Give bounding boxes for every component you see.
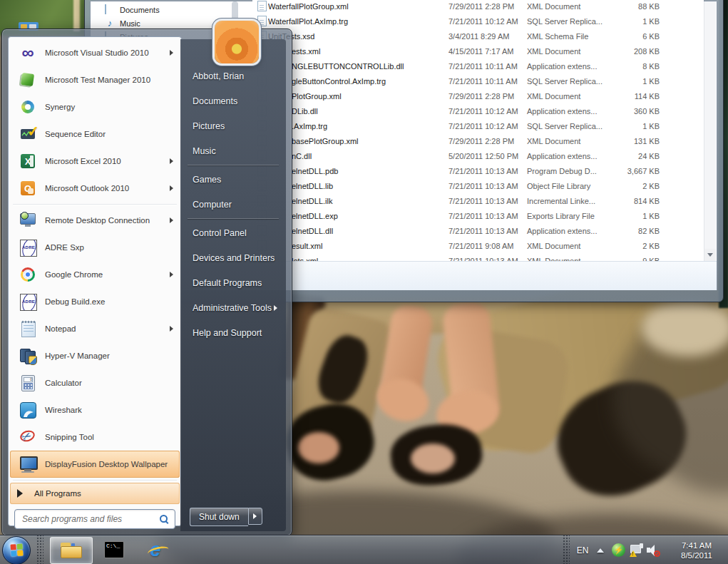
taskbar-clock[interactable]: 7:41 AM 8/5/2011 — [669, 535, 724, 564]
file-type-cell: XML Document — [527, 137, 610, 145]
menu-item-excel[interactable]: X Microsoft Excel 2010 — [10, 148, 180, 175]
adre-icon: ADRE — [19, 238, 37, 257]
tray-icon-power[interactable]: ⚡ — [612, 543, 625, 557]
taskbar-button-explorer[interactable] — [50, 537, 93, 564]
file-row[interactable]: nC.dll 5/20/2011 12:50 PM Application ex… — [252, 148, 704, 163]
file-icon — [257, 1, 267, 11]
user-avatar[interactable] — [215, 21, 259, 63]
menu-item-calculator[interactable]: 0 Calculator — [10, 369, 180, 396]
file-type-cell: XML Document — [527, 242, 610, 250]
taskbar-grip[interactable] — [562, 535, 570, 564]
menu-item-visual-studio[interactable]: ∞ Microsoft Visual Studio 2010 — [10, 39, 180, 66]
user-name-link[interactable]: Abbott, Brian — [180, 63, 286, 88]
menu-item-synergy[interactable]: Synergy — [10, 93, 180, 121]
menu-link-computer[interactable]: Computer — [180, 192, 286, 217]
menu-separator — [13, 204, 177, 205]
menu-item-wireshark[interactable]: Wireshark — [10, 396, 180, 424]
file-type-cell: XML Schema File — [527, 32, 610, 41]
menu-link-administrative-tools[interactable]: Administrative Tools — [180, 295, 286, 320]
sidebar-item-documents[interactable]: Documents — [105, 4, 160, 16]
menu-item-snipping-tool[interactable]: ✂ Snipping Tool — [10, 424, 180, 451]
taskbar: C:\_ e EN ⚡ 7:41 AM 8/5/2011 — [0, 535, 728, 564]
submenu-arrow-icon — [170, 185, 173, 191]
shutdown-button[interactable]: Shut down — [190, 508, 248, 526]
menu-link-games[interactable]: Games — [180, 167, 286, 192]
taskbar-grip[interactable] — [36, 535, 43, 564]
file-size-cell: 88 KB — [610, 2, 660, 11]
submenu-arrow-icon — [170, 326, 173, 332]
file-row[interactable]: WaterfallPlotGroup.xml 7/29/2011 2:28 PM… — [252, 0, 704, 14]
visual-studio-icon: ∞ — [19, 43, 37, 62]
file-row[interactable]: elnetDLL.pdb 7/21/2011 10:13 AM Program … — [252, 163, 704, 178]
file-row[interactable]: esult.xml 7/21/2011 9:08 AM XML Document… — [252, 238, 704, 253]
language-indicator[interactable]: EN — [572, 535, 593, 564]
file-row[interactable]: DLib.dll 7/21/2011 10:12 AM Application … — [252, 103, 704, 118]
file-type-cell: XML Document — [527, 92, 610, 101]
file-icon — [257, 16, 267, 26]
taskbar-button-internet-explorer[interactable]: e — [140, 537, 171, 563]
file-name-cell: elnetDLL.lib — [268, 182, 448, 190]
file-row[interactable]: NGLEBUTTONCONTROLLib.dll 7/21/2011 10:11… — [252, 58, 704, 73]
file-size-cell: 208 KB — [610, 47, 660, 56]
taskbar-button-command-prompt[interactable]: C:\_ — [98, 537, 130, 563]
file-row[interactable]: PlotGroup.xml 7/29/2011 2:28 PM XML Docu… — [252, 88, 704, 103]
menu-separator — [13, 480, 177, 481]
displayfusion-icon — [19, 455, 37, 473]
menu-item-adre-sxp[interactable]: ADRE ADRE Sxp — [10, 234, 180, 261]
file-row[interactable]: .AxImp.trg 7/21/2011 10:12 AM SQL Server… — [252, 118, 704, 133]
menu-item-hyperv-manager[interactable]: Hyper-V Manager — [10, 342, 180, 369]
start-menu-program-list: ∞ Microsoft Visual Studio 2010 Microsoft… — [8, 36, 182, 526]
file-size-cell: 2 KB — [610, 242, 660, 250]
sidebar-item-label: Documents — [120, 6, 160, 14]
all-programs-arrow-icon — [17, 489, 23, 498]
file-list-scrollbar[interactable] — [704, 1, 716, 261]
menu-item-test-manager[interactable]: Microsoft Test Manager 2010 — [10, 66, 180, 93]
menu-link-control-panel[interactable]: Control Panel — [180, 220, 286, 245]
file-row[interactable]: elnetDLL.dll 7/21/2011 10:13 AM Applicat… — [252, 223, 704, 238]
shutdown-options-arrow[interactable] — [248, 508, 262, 525]
file-size-cell: 2 KB — [610, 182, 660, 190]
menu-item-notepad[interactable]: Notepad — [10, 315, 180, 342]
menu-link-documents[interactable]: Documents — [180, 88, 286, 113]
menu-item-outlook[interactable]: O Microsoft Outlook 2010 — [10, 175, 180, 202]
file-row[interactable]: elnetDLL.ilk 7/21/2011 10:13 AM Incremen… — [252, 193, 704, 208]
menu-link-help-support[interactable]: Help and Support — [180, 320, 286, 345]
file-row[interactable]: gleButtonControl.AxImp.trg 7/21/2011 10:… — [252, 73, 704, 88]
tray-icon-network-warning[interactable] — [630, 543, 643, 557]
file-row[interactable]: WaterfallPlot.AxImp.trg 7/21/2011 10:12 … — [252, 14, 704, 29]
file-row[interactable]: lots.xml 7/21/2011 10:13 AM XML Document… — [252, 253, 704, 261]
file-row[interactable]: elnetDLL.exp 7/21/2011 10:13 AM Exports … — [252, 208, 704, 223]
menu-item-sequence-editor[interactable]: ✓ Sequence Editor — [10, 121, 180, 148]
all-programs-button[interactable]: All Programs — [10, 483, 180, 504]
file-row[interactable]: ests.xml 4/15/2011 7:17 AM XML Document … — [252, 43, 704, 58]
file-name-cell: PlotGroup.xml — [268, 92, 448, 101]
start-search-box[interactable] — [14, 509, 175, 529]
file-date-cell: 7/29/2011 2:28 PM — [448, 137, 527, 145]
file-size-cell: 6 KB — [610, 32, 660, 41]
file-row[interactable]: UnitTests.xsd 3/4/2011 8:29 AM XML Schem… — [252, 29, 704, 43]
file-name-cell: WaterfallPlot.AxImp.trg — [268, 17, 448, 26]
file-row[interactable]: basePlotGroup.xml 7/29/2011 2:28 PM XML … — [252, 133, 704, 148]
show-hidden-icons-button[interactable] — [595, 535, 606, 564]
menu-item-remote-desktop[interactable]: Remote Desktop Connection — [10, 207, 180, 234]
tray-icon-volume-muted[interactable] — [647, 543, 660, 557]
start-button[interactable] — [2, 536, 31, 564]
menu-link-music[interactable]: Music — [180, 138, 286, 163]
search-icon[interactable] — [159, 514, 169, 524]
wallpaper-sand — [642, 299, 728, 357]
wallpaper-toes — [298, 432, 339, 463]
scroll-down-button[interactable] — [704, 249, 716, 261]
search-input[interactable] — [21, 513, 159, 525]
file-row[interactable]: elnetDLL.lib 7/21/2011 10:13 AM Object F… — [252, 178, 704, 193]
menu-link-default-programs[interactable]: Default Programs — [180, 270, 286, 295]
menu-link-pictures[interactable]: Pictures — [180, 113, 286, 138]
menu-item-google-chrome[interactable]: Google Chrome — [10, 261, 180, 288]
excel-icon: X — [19, 152, 37, 170]
menu-item-debug-build[interactable]: ADRE Debug Build.exe — [10, 288, 180, 315]
menu-item-displayfusion[interactable]: DisplayFusion Desktop Wallpaper — [10, 451, 180, 478]
file-type-cell: XML Document — [527, 2, 610, 11]
file-date-cell: 3/4/2011 8:29 AM — [448, 32, 527, 41]
file-date-cell: 7/21/2011 10:13 AM — [448, 197, 527, 205]
menu-link-devices-printers[interactable]: Devices and Printers — [180, 245, 286, 270]
file-name-cell: WaterfallPlotGroup.xml — [268, 2, 448, 11]
